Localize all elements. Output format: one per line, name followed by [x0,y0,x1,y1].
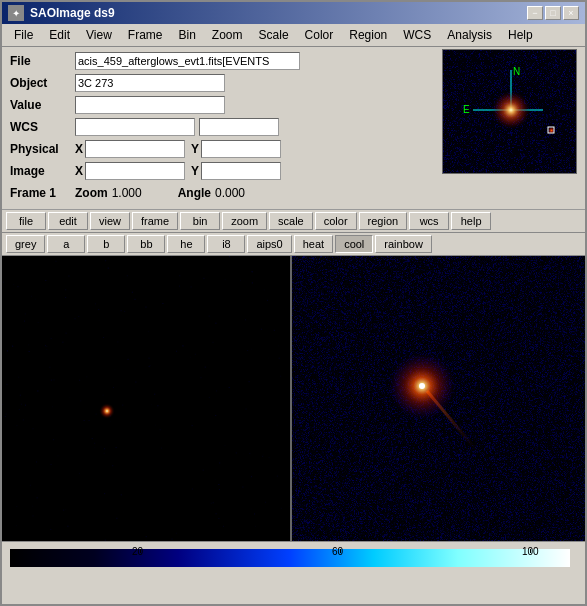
close-button[interactable]: × [563,6,579,20]
frame-label: Frame 1 [10,186,75,200]
left-canvas [2,256,292,541]
colormap-cool[interactable]: cool [335,235,373,253]
menu-edit[interactable]: Edit [41,26,78,44]
object-input[interactable] [75,74,225,92]
image-panels [2,256,585,541]
preview-canvas [443,50,577,174]
window-controls: − □ × [527,6,579,20]
physical-y-label: Y [191,142,199,156]
tool-help[interactable]: help [451,212,491,230]
title-bar-left: ✦ SAOImage ds9 [8,5,115,21]
right-image-panel[interactable] [292,256,585,541]
preview-panel [442,49,577,174]
physical-label: Physical [10,142,75,156]
maximize-button[interactable]: □ [545,6,561,20]
colormap-bar: grey a b bb he i8 aips0 heat cool rainbo… [2,233,585,256]
menu-zoom[interactable]: Zoom [204,26,251,44]
tool-frame[interactable]: frame [132,212,178,230]
tool-wcs[interactable]: wcs [409,212,449,230]
zoom-value: 1.000 [112,186,162,200]
colormap-b[interactable]: b [87,235,125,253]
colormap-bb[interactable]: bb [127,235,165,253]
tool-zoom[interactable]: zoom [222,212,267,230]
menu-region[interactable]: Region [341,26,395,44]
colormap-rainbow[interactable]: rainbow [375,235,432,253]
minimize-button[interactable]: − [527,6,543,20]
colormap-i8[interactable]: i8 [207,235,245,253]
toolbar: file edit view frame bin zoom scale colo… [2,210,585,233]
tool-file[interactable]: file [6,212,46,230]
wcs-input1[interactable] [75,118,195,136]
image-x-label: X [75,164,83,178]
file-label: File [10,54,75,68]
image-y-label: Y [191,164,199,178]
colormap-grey[interactable]: grey [6,235,45,253]
value-input[interactable] [75,96,225,114]
tool-scale[interactable]: scale [269,212,313,230]
tool-color[interactable]: color [315,212,357,230]
wcs-label: WCS [10,120,75,134]
left-image-panel[interactable] [2,256,292,541]
value-label: Value [10,98,75,112]
colormap-he[interactable]: he [167,235,205,253]
colormap-heat[interactable]: heat [294,235,333,253]
menu-scale[interactable]: Scale [251,26,297,44]
window-title: SAOImage ds9 [30,6,115,20]
info-panel: File Object Value WCS Physical X Y [2,47,585,210]
menu-color[interactable]: Color [297,26,342,44]
menu-frame[interactable]: Frame [120,26,171,44]
tool-region[interactable]: region [359,212,408,230]
tool-edit[interactable]: edit [48,212,88,230]
colormap-a[interactable]: a [47,235,85,253]
zoom-label: Zoom [75,186,108,200]
physical-x-label: X [75,142,83,156]
angle-label: Angle [178,186,211,200]
scale-label-60: 60 [332,546,343,557]
frame-row: Frame 1 Zoom 1.000 Angle 0.000 [10,183,577,203]
tool-view[interactable]: view [90,212,130,230]
scale-label-100: 100 [522,546,539,557]
menu-bin[interactable]: Bin [171,26,204,44]
tool-bin[interactable]: bin [180,212,220,230]
title-bar: ✦ SAOImage ds9 − □ × [2,2,585,24]
app-icon: ✦ [8,5,24,21]
right-canvas [292,256,585,541]
file-input[interactable] [75,52,300,70]
image-label: Image [10,164,75,178]
physical-x-input[interactable] [85,140,185,158]
bottom-bar: 20 60 100 [2,541,585,573]
object-label: Object [10,76,75,90]
angle-value: 0.000 [215,186,245,200]
colorscale-canvas [10,549,570,567]
image-x-input[interactable] [85,162,185,180]
image-y-input[interactable] [201,162,281,180]
colormap-aips0[interactable]: aips0 [247,235,291,253]
menu-file[interactable]: File [6,26,41,44]
menu-view[interactable]: View [78,26,120,44]
main-window: ✦ SAOImage ds9 − □ × File Edit View Fram… [0,0,587,606]
menu-bar: File Edit View Frame Bin Zoom Scale Colo… [2,24,585,47]
physical-y-input[interactable] [201,140,281,158]
menu-help[interactable]: Help [500,26,541,44]
menu-wcs[interactable]: WCS [395,26,439,44]
menu-analysis[interactable]: Analysis [439,26,500,44]
scale-label-20: 20 [132,546,143,557]
wcs-input2[interactable] [199,118,279,136]
